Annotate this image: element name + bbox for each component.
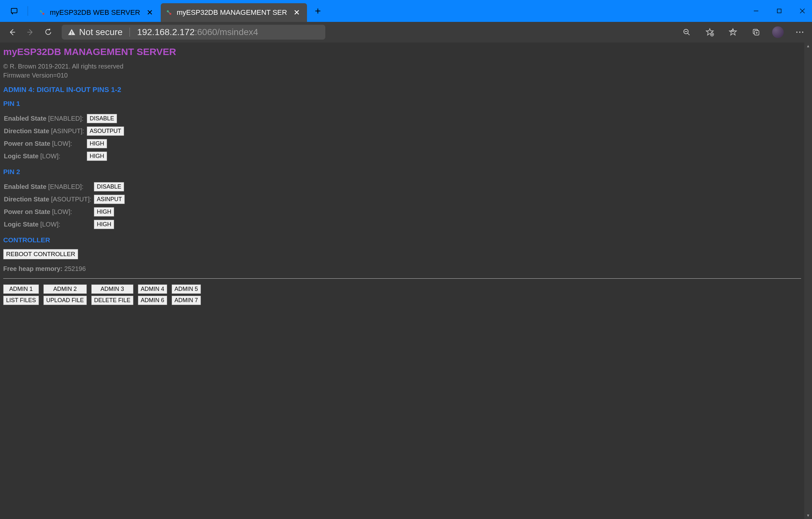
not-secure-label: Not secure [79, 27, 122, 37]
window-minimize-button[interactable] [750, 4, 762, 17]
reload-button[interactable] [41, 25, 55, 39]
pin1-direction-button[interactable]: ASOUTPUT [87, 127, 124, 136]
upload-file-button[interactable]: UPLOAD FILE [44, 296, 87, 305]
tab-close-button[interactable]: ✕ [145, 7, 155, 18]
section-title: ADMIN 4: DIGITAL IN-OUT PINS 1-2 [3, 86, 801, 94]
forward-button[interactable] [23, 25, 37, 39]
admin-6-button[interactable]: ADMIN 6 [138, 296, 167, 305]
admin-1-button[interactable]: ADMIN 1 [3, 284, 39, 294]
svg-line-14 [688, 33, 690, 35]
enabled-label: Enabled State [4, 115, 46, 122]
window-maximize-button[interactable] [773, 4, 786, 17]
direction-label: Direction State [4, 128, 49, 135]
svg-point-25 [796, 31, 798, 33]
zoom-out-button[interactable] [679, 25, 694, 39]
divider [28, 6, 28, 16]
svg-point-27 [802, 31, 803, 33]
svg-rect-6 [777, 9, 781, 13]
admin-button-grid: ADMIN 1 ADMIN 2 ADMIN 3 ADMIN 4 ADMIN 5 … [3, 284, 801, 305]
pin2-logic-value: [LOW]: [40, 221, 60, 228]
scroll-down-arrow[interactable]: ▼ [806, 513, 810, 518]
enabled-label: Enabled State [4, 183, 46, 190]
collections-button[interactable] [749, 25, 763, 39]
direction-label: Direction State [4, 196, 49, 203]
pin2-direction-value: [ASOUTPUT]: [51, 196, 92, 203]
favicon-icon [39, 9, 45, 16]
pin2-poweron-button[interactable]: HIGH [94, 207, 114, 217]
address-bar[interactable]: Not secure 192.168.2.172:6060/msindex4 [62, 25, 325, 39]
admin-5-button[interactable]: ADMIN 5 [172, 284, 201, 294]
admin-2-button[interactable]: ADMIN 2 [44, 284, 87, 294]
window-close-button[interactable] [796, 4, 809, 17]
tab-web-server[interactable]: myESP32DB WEB SERVER ✕ [34, 3, 160, 22]
admin-3-button[interactable]: ADMIN 3 [91, 284, 134, 294]
pin2-enabled-button[interactable]: DISABLE [94, 182, 124, 191]
admin-4-button[interactable]: ADMIN 4 [138, 284, 167, 294]
scroll-up-arrow[interactable]: ▲ [806, 44, 810, 48]
poweron-label: Power on State [4, 140, 50, 147]
pin1-enabled-button[interactable]: DISABLE [87, 114, 117, 123]
pin1-direction-value: [ASINPUT]: [51, 128, 84, 135]
page-content: myESP32DB MANAGEMENT SERVER © R. Brown 2… [0, 43, 804, 519]
favicon-icon [166, 9, 172, 16]
pin2-heading: PIN 2 [3, 168, 801, 176]
pin1-logic-button[interactable]: HIGH [87, 152, 107, 161]
pin1-heading: PIN 1 [3, 100, 801, 107]
browser-toolbar: Not secure 192.168.2.172:6060/msindex4 [0, 22, 812, 43]
reboot-button[interactable]: REBOOT CONTROLLER [3, 249, 78, 260]
divider [3, 278, 801, 279]
pin2-poweron-value: [LOW]: [52, 208, 72, 215]
profile-avatar[interactable] [772, 26, 784, 38]
pin2-logic-button[interactable]: HIGH [94, 220, 114, 229]
pin1-enabled-value: [ENABLED]: [48, 115, 84, 122]
tab-title: myESP32DB MANAGEMENT SER [177, 8, 287, 17]
pin1-table: Enabled State [ENABLED]: DISABLE Directi… [3, 112, 127, 163]
heap-memory: Free heap memory: 252196 [3, 265, 801, 273]
pin2-table: Enabled State [ENABLED]: DISABLE Directi… [3, 180, 127, 231]
pin1-poweron-value: [LOW]: [52, 140, 72, 147]
delete-file-button[interactable]: DELETE FILE [91, 296, 134, 305]
browser-title-bar: myESP32DB WEB SERVER ✕ myESP32DB MANAGEM… [0, 0, 812, 22]
tab-close-button[interactable]: ✕ [292, 7, 302, 18]
pin2-direction-button[interactable]: ASINPUT [94, 195, 125, 204]
pin1-poweron-button[interactable]: HIGH [87, 139, 107, 148]
tab-management-server[interactable]: myESP32DB MANAGEMENT SER ✕ [161, 3, 307, 22]
page-title: myESP32DB MANAGEMENT SERVER [3, 46, 801, 57]
favorites-list-button[interactable] [726, 25, 740, 39]
svg-point-26 [799, 31, 801, 33]
security-indicator[interactable]: Not secure [67, 27, 122, 37]
vertical-scrollbar[interactable]: ▲ ▼ [804, 43, 812, 519]
poweron-label: Power on State [4, 208, 50, 215]
pin1-logic-value: [LOW]: [40, 153, 60, 160]
controller-heading: CONTROLLER [3, 236, 801, 244]
logic-label: Logic State [4, 153, 38, 160]
admin-7-button[interactable]: ADMIN 7 [172, 296, 201, 305]
tab-strip: myESP32DB WEB SERVER ✕ myESP32DB MANAGEM… [34, 0, 324, 22]
svg-point-12 [71, 34, 72, 34]
tab-actions-icon[interactable] [6, 3, 22, 19]
menu-button[interactable] [793, 25, 807, 39]
warning-icon [67, 28, 76, 36]
svg-rect-0 [11, 8, 17, 13]
logic-label: Logic State [4, 221, 38, 228]
window-controls [747, 0, 812, 22]
list-files-button[interactable]: LIST FILES [3, 296, 39, 305]
favorite-button[interactable] [703, 25, 717, 39]
new-tab-button[interactable]: + [312, 4, 324, 17]
tab-title: myESP32DB WEB SERVER [50, 8, 140, 17]
back-button[interactable] [5, 25, 19, 39]
pin2-enabled-value: [ENABLED]: [48, 183, 84, 190]
divider [129, 28, 130, 37]
url-display: 192.168.2.172:6060/msindex4 [137, 27, 258, 37]
copyright-text: © R. Brown 2019-2021. All rights reserve… [3, 62, 801, 80]
